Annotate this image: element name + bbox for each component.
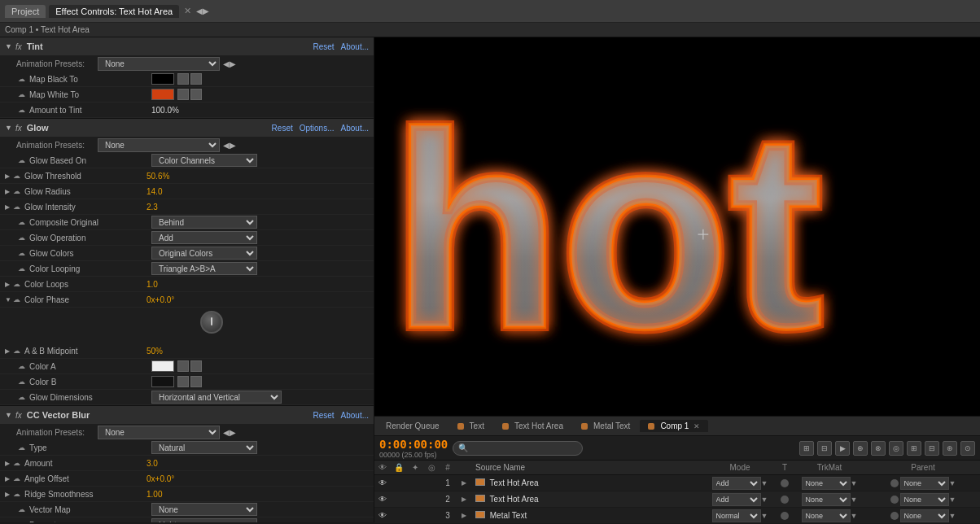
tab-text[interactable]: Text (449, 420, 492, 432)
layer2-trkmat[interactable]: None ▼ (793, 493, 866, 506)
toolbar-icon-9[interactable]: ⊛ (943, 441, 957, 456)
cc-type-stopwatch[interactable]: ☁ (18, 443, 29, 452)
glow-threshold-value[interactable]: 50.6% (147, 172, 369, 181)
ab-midpoint-stopwatch[interactable]: ☁ (13, 347, 24, 355)
tint-presets-arrows[interactable]: ◀▶ (223, 59, 236, 68)
glow-colors-stopwatch[interactable]: ☁ (18, 249, 29, 257)
map-black-eye[interactable] (177, 73, 189, 85)
color-phase-value[interactable]: 0x+0.0° (147, 295, 369, 304)
tab-close-icon[interactable]: ✕ (184, 6, 191, 16)
color-a-btn[interactable] (190, 360, 202, 372)
toolbar-icon-2[interactable]: ⊟ (817, 441, 832, 456)
toolbar-icon-1[interactable]: ⊞ (799, 441, 814, 456)
color-a-stopwatch[interactable]: ☁ (18, 362, 29, 370)
layer1-mode[interactable]: Add ▼ (703, 477, 777, 490)
ab-midpoint-expand[interactable]: ▶ (5, 347, 13, 355)
layer3-vis[interactable]: 👁 (374, 511, 391, 520)
glow-radius-expand[interactable]: ▶ (5, 188, 13, 195)
effect-controls-tab[interactable]: Effect Controls: Text Hot Area (49, 5, 179, 18)
project-tab[interactable]: Project (5, 5, 46, 18)
toolbar-icon-3[interactable]: ▶ (835, 441, 850, 456)
glow-colors-dropdown[interactable]: Original Colors (151, 247, 257, 260)
map-black-btn[interactable] (190, 73, 202, 85)
layer2-vis[interactable]: 👁 (374, 495, 391, 504)
cc-reset-link[interactable]: Reset (313, 411, 334, 420)
glow-based-on-dropdown[interactable]: Color Channels (151, 154, 257, 167)
layer3-expand[interactable]: ▶ (456, 512, 472, 519)
glow-intensity-value[interactable]: 2.3 (147, 203, 369, 212)
toolbar-icon-10[interactable]: ⊙ (960, 441, 975, 456)
glow-intensity-expand[interactable]: ▶ (5, 203, 13, 211)
tab-render-queue[interactable]: Render Queue (378, 420, 448, 432)
cc-angle-value[interactable]: 0x+0.0° (147, 474, 369, 483)
tint-reset-link[interactable]: Reset (313, 42, 334, 51)
cc-angle-stopwatch[interactable]: ☁ (13, 474, 24, 483)
glow-threshold-stopwatch[interactable]: ☁ (13, 172, 24, 180)
glow-dimensions-dropdown[interactable]: Horizontal and Vertical (151, 391, 282, 404)
map-black-swatch[interactable] (151, 73, 174, 85)
layer1-vis[interactable]: 👁 (374, 478, 391, 487)
glow-operation-stopwatch[interactable]: ☁ (18, 234, 29, 242)
cc-angle-expand[interactable]: ▶ (5, 475, 13, 483)
color-phase-stopwatch[interactable]: ☁ (13, 295, 24, 303)
map-white-swatch[interactable] (151, 89, 174, 100)
glow-operation-dropdown[interactable]: Add (151, 231, 257, 244)
tint-about-link[interactable]: About... (341, 42, 369, 51)
amount-tint-value[interactable]: 100.0% (151, 106, 369, 115)
tint-presets-dropdown[interactable]: None (98, 57, 220, 71)
glow-dimensions-stopwatch[interactable]: ☁ (18, 393, 29, 401)
glow-expand-arrow[interactable]: ▼ (5, 124, 12, 132)
color-loops-expand[interactable]: ▶ (5, 281, 13, 288)
layer3-parent[interactable]: None ▼ (866, 509, 980, 522)
color-a-swatch[interactable] (151, 360, 174, 372)
glow-about-link[interactable]: About... (341, 124, 369, 133)
layer1-parent[interactable]: None ▼ (866, 477, 980, 490)
color-looping-stopwatch[interactable]: ☁ (18, 264, 29, 273)
map-black-stopwatch[interactable]: ☁ (18, 75, 29, 83)
layer3-trkmat[interactable]: None ▼ (793, 509, 866, 522)
cc-amount-value[interactable]: 3.0 (147, 459, 369, 468)
color-loops-value[interactable]: 1.0 (147, 280, 369, 289)
toolbar-icon-5[interactable]: ⊗ (871, 441, 886, 456)
cc-property-stopwatch[interactable]: ☁ (18, 521, 29, 522)
glow-presets-dropdown[interactable]: None (98, 138, 220, 152)
tab-comp1[interactable]: Comp 1 ✕ (640, 420, 708, 432)
cc-presets-arrows[interactable]: ◀▶ (223, 428, 236, 437)
cc-about-link[interactable]: About... (341, 411, 369, 420)
cc-ridge-expand[interactable]: ▶ (5, 491, 13, 498)
ab-midpoint-value[interactable]: 50% (147, 347, 369, 356)
color-b-eye[interactable] (177, 376, 189, 387)
color-looping-dropdown[interactable]: Triangle A>B>A (151, 262, 257, 275)
tab-nav-arrows[interactable]: ◀▶ (196, 7, 209, 15)
tab-text-hot-area[interactable]: Text Hot Area (494, 420, 571, 432)
glow-reset-link[interactable]: Reset (272, 124, 293, 133)
toolbar-icon-7[interactable]: ⊞ (907, 441, 921, 456)
color-phase-dial[interactable] (200, 311, 223, 334)
toolbar-icon-4[interactable]: ⊕ (853, 441, 868, 456)
layer1-expand[interactable]: ▶ (456, 479, 472, 487)
timeline-search[interactable] (453, 441, 583, 456)
color-loops-stopwatch[interactable]: ☁ (13, 280, 24, 288)
layer3-mode[interactable]: Normal ▼ (703, 509, 777, 522)
cc-amount-stopwatch[interactable]: ☁ (13, 459, 24, 467)
glow-presets-arrows[interactable]: ◀▶ (223, 141, 236, 150)
glow-radius-value[interactable]: 14.0 (147, 187, 369, 196)
cc-type-dropdown[interactable]: Natural (151, 441, 257, 454)
map-white-stopwatch[interactable]: ☁ (18, 90, 29, 98)
color-b-stopwatch[interactable]: ☁ (18, 378, 29, 386)
amount-tint-stopwatch[interactable]: ☁ (18, 106, 29, 114)
color-b-btn[interactable] (190, 376, 202, 387)
layer2-expand[interactable]: ▶ (456, 496, 472, 503)
composite-original-dropdown[interactable]: Behind (151, 216, 257, 229)
cc-vectormap-stopwatch[interactable]: ☁ (18, 505, 29, 513)
cc-property-dropdown[interactable]: Lightness (151, 518, 257, 522)
tab-metal-text[interactable]: Metal Text (573, 420, 638, 432)
layer2-parent[interactable]: None ▼ (866, 493, 980, 506)
map-white-btn[interactable] (190, 89, 202, 100)
color-phase-expand[interactable]: ▼ (5, 296, 13, 303)
color-b-swatch[interactable] (151, 376, 174, 387)
tint-expand-arrow[interactable]: ▼ (5, 42, 12, 50)
glow-based-on-stopwatch[interactable]: ☁ (18, 156, 29, 164)
glow-options-link[interactable]: Options... (300, 124, 335, 133)
layer2-mode[interactable]: Add ▼ (703, 493, 777, 506)
